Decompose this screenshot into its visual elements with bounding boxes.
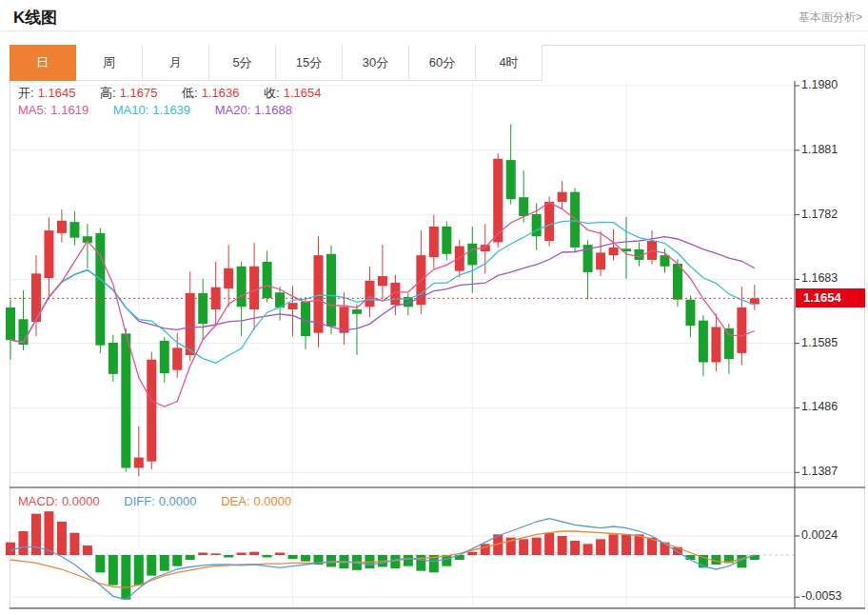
macd-bar (186, 555, 195, 560)
macd-bar (108, 555, 118, 585)
candle (660, 255, 669, 267)
macd-bar (249, 552, 259, 555)
tab-4hour[interactable]: 4时 (476, 45, 542, 81)
candle (18, 319, 28, 345)
macd-bar (44, 511, 53, 555)
macd-bar (519, 539, 528, 555)
current-price-badge: 1.1654 (796, 288, 865, 308)
macd-bar (6, 543, 15, 555)
price-axis-label: 1.1486 (801, 400, 838, 413)
low-value: 1.1636 (202, 86, 240, 100)
tab-week[interactable]: 周 (76, 45, 143, 81)
macd-bar (467, 552, 477, 555)
candle (6, 308, 15, 340)
candle (147, 360, 156, 462)
close-label: 收: (264, 86, 280, 100)
macd-axis-label: 0.0024 (801, 528, 838, 542)
macd-legend: MACD:0.0000 DIFF:0.0000 DEA:0.0000 (18, 494, 295, 508)
price-axis-label: 1.1387 (801, 465, 838, 478)
macd-bar (160, 555, 169, 571)
candle (724, 328, 734, 359)
candle (467, 244, 477, 266)
ma20-value: 1.1688 (254, 103, 292, 117)
dea-label: DEA: (221, 494, 249, 508)
candle (506, 160, 516, 199)
candle (711, 327, 720, 363)
candle (69, 222, 79, 237)
macd-bar (198, 553, 207, 555)
macd-axis-label: -0.0053 (801, 589, 841, 603)
candle (326, 254, 336, 327)
candle (699, 321, 708, 363)
candle (57, 221, 67, 233)
macd-value: 0.0000 (62, 494, 100, 508)
candle (249, 267, 259, 309)
macd-bar (147, 555, 156, 576)
tab-30min[interactable]: 30分 (343, 45, 409, 81)
diff-label: DIFF: (124, 494, 155, 508)
candle (160, 341, 169, 373)
ma20-label: MA20: (215, 103, 251, 117)
macd-bar (83, 546, 92, 555)
macd-bar (609, 534, 619, 555)
macd-bar (57, 522, 67, 555)
price-axis-label: 1.1585 (801, 336, 838, 349)
candle (429, 227, 439, 257)
kline-page: K线图 基本面分析> 日 周 月 5分 15分 30分 60分 4时 开:1.1… (0, 0, 868, 615)
tab-month[interactable]: 月 (143, 45, 209, 81)
diff-value: 0.0000 (159, 494, 197, 508)
ma10-value: 1.1639 (152, 103, 190, 117)
candle (442, 227, 451, 254)
macd-bar (95, 555, 105, 572)
price-axis-label: 1.1683 (801, 271, 838, 285)
macd-bar (570, 541, 580, 555)
macd-bar (224, 555, 233, 557)
candle (544, 202, 554, 241)
open-value: 1.1645 (38, 86, 76, 100)
candle (558, 192, 567, 202)
ma5-label: MA5: (18, 103, 47, 117)
candle (609, 248, 619, 255)
tab-15min[interactable]: 15分 (276, 45, 343, 81)
candle (108, 343, 118, 374)
candle (737, 308, 746, 353)
candle (224, 268, 233, 288)
price-axis-label: 1.1881 (801, 143, 838, 156)
candle (44, 230, 53, 278)
macd-bar (596, 539, 605, 555)
tab-day[interactable]: 日 (10, 45, 76, 81)
macd-bar (263, 555, 272, 557)
candle (237, 267, 247, 307)
macd-bar (211, 553, 221, 555)
candle (288, 303, 298, 309)
candle (134, 458, 144, 468)
close-value: 1.1654 (284, 86, 322, 100)
tab-60min[interactable]: 60分 (409, 45, 476, 81)
macd-bar (18, 531, 28, 555)
interval-tabs: 日 周 月 5分 15分 30分 60分 4时 (10, 45, 542, 81)
ma10-label: MA10: (113, 103, 149, 117)
macd-bar (404, 555, 413, 566)
ma-legend: MA5:1.1619 MA10:1.1639 MA20:1.1688 (18, 103, 296, 117)
ohlc-legend: 开:1.1645 高:1.1675 低:1.1636 收:1.1654 (18, 85, 325, 102)
macd-bar (288, 555, 298, 559)
candle (314, 255, 324, 333)
candle (352, 309, 362, 314)
candle (519, 197, 528, 216)
candle (673, 264, 682, 300)
tab-5min[interactable]: 5分 (209, 45, 276, 81)
macd-bar (390, 555, 400, 568)
candle (455, 247, 464, 271)
candle (186, 293, 195, 355)
candle (95, 233, 105, 346)
candle (570, 192, 580, 248)
macd-label: MACD: (18, 494, 58, 508)
macd-bar (134, 555, 144, 585)
macd-bar (583, 544, 593, 555)
candle (263, 262, 272, 298)
low-label: 低: (182, 86, 198, 100)
candle (532, 214, 542, 236)
macd-bar (544, 533, 554, 555)
macd-bar (172, 555, 182, 566)
high-label: 高: (100, 86, 116, 100)
